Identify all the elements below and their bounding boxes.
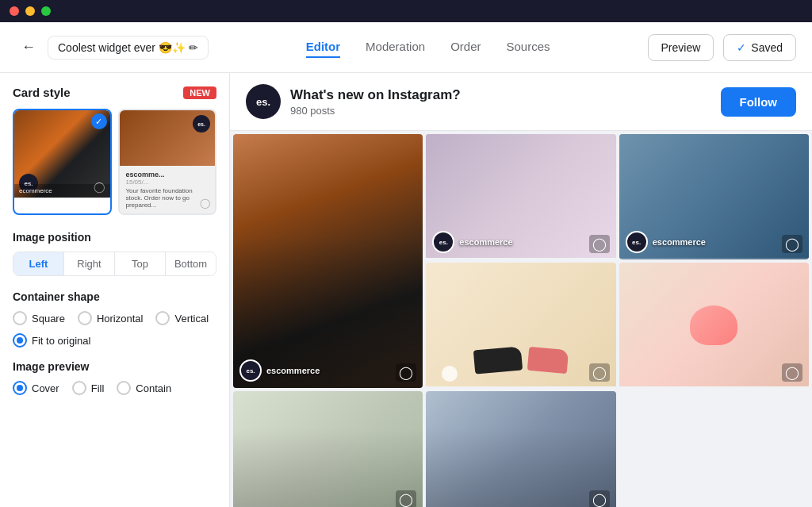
photo-grid: es. escommerce ◯ sale 50% off es. e [230,131,812,507]
shape-square-radio [13,311,27,325]
image-position-title: Image position [13,231,216,244]
pos-bottom-button[interactable]: Bottom [166,252,216,275]
shape-vertical[interactable]: Vertical [155,311,209,325]
flower-bunch [690,305,737,345]
preview-fill-radio [72,381,86,395]
preview-contain-radio [117,381,131,395]
follow-button[interactable]: Follow [721,87,797,117]
feed-avatar: es. [246,84,281,119]
sale-avatar: es. [432,231,454,253]
shape-fit-radio [13,333,27,348]
sidebar: Card style NEW es. ◯ ecommerce ✓ es. [0,73,230,507]
container-shape-group: Square Horizontal Vertical Fit to origin… [13,311,216,348]
clothes-overlay [233,391,423,507]
sale-insta-icon: ◯ [589,235,610,253]
feed-subtitle: 980 posts [290,105,461,117]
preview-contain-label: Contain [136,382,171,394]
nav-editor[interactable]: Editor [306,36,340,58]
preview-button[interactable]: Preview [648,34,714,61]
preview-group: Cover Fill Contain [13,381,216,395]
card-style-title: Card style [13,86,71,99]
shoes-display [474,348,568,372]
pos-right-button[interactable]: Right [64,252,115,275]
pos-top-button[interactable]: Top [115,252,166,275]
saved-label: Saved [751,41,783,54]
traffic-light-green [41,6,51,16]
nav-moderation[interactable]: Moderation [366,36,425,58]
shape-square-label: Square [32,313,65,325]
card-options: es. ◯ ecommerce ✓ es. escomme... 15/05/.… [13,109,216,215]
card-overlay-text-1: ecommerce [19,187,105,194]
card-option-1[interactable]: es. ◯ ecommerce ✓ [13,109,112,215]
check-icon: ✓ [737,41,746,54]
feed-header: es. What's new on Instagram? 980 posts F… [230,73,812,131]
jeans-insta-icon: ◯ [782,235,802,253]
grid-item-sale[interactable]: sale 50% off es. escommerce ◯ [426,134,615,259]
card-check-1: ✓ [91,113,107,129]
position-buttons: Left Right Top Bottom [13,252,216,276]
jeans-avatar: es. [626,231,648,253]
preview-cover[interactable]: Cover [13,381,59,395]
flowers-center [619,263,809,388]
main-layout: Card style NEW es. ◯ ecommerce ✓ es. [0,73,812,507]
jeans-overlay-bar: es. escommerce [626,231,706,253]
nav-sources[interactable]: Sources [506,36,550,58]
shape-row-2: Fit to original [13,333,216,348]
shoes-insta-icon: ◯ [589,363,610,382]
sale-overlay-bar: es. escommerce [432,231,512,253]
people-insta-icon: ◯ [589,490,610,507]
container-shape-title: Container shape [13,290,216,303]
card-style-2-image: es. escomme... 15/05/... Your favorite f… [120,110,216,213]
preview-contain[interactable]: Contain [117,381,171,395]
shape-fit[interactable]: Fit to original [13,333,90,348]
shape-fit-label: Fit to original [32,335,90,347]
image-preview-title: Image preview [13,360,216,373]
card-style-header: Card style NEW [13,86,216,99]
traffic-light-red [10,6,19,16]
portrait-insta-icon: ◯ [396,363,416,382]
portrait-avatar: es. [239,359,262,382]
preview-cover-label: Cover [32,382,59,394]
card-logo-2: es. [193,115,210,133]
shoe-left [473,346,523,374]
nav-order[interactable]: Order [450,36,481,58]
back-button[interactable]: ← [16,35,41,60]
portrait-username: escommerce [266,366,320,375]
header-nav: Editor Moderation Order Sources [209,36,648,58]
flowers-image [619,263,809,386]
pos-left-button[interactable]: Left [13,252,64,275]
grid-item-portrait[interactable]: es. escommerce ◯ [233,134,423,388]
feed-title: What's new on Instagram? [290,87,461,103]
traffic-light-yellow [25,6,35,16]
shape-horizontal[interactable]: Horizontal [78,311,144,325]
preview-cover-radio [13,381,27,395]
grid-item-shoes[interactable]: ◯ [426,263,615,388]
feed-profile: es. What's new on Instagram? 980 posts [246,84,461,119]
jeans-username: escommerce [653,237,706,247]
topbar [0,0,812,22]
clothes-image [233,391,423,507]
widget-title-text: Coolest widget ever 😎✨ ✏ [58,41,198,54]
shape-square[interactable]: Square [13,311,65,325]
grid-item-people[interactable]: ◯ [426,391,615,507]
card-insta-2: ◯ [200,198,210,209]
saved-button[interactable]: ✓ Saved [723,34,796,61]
shape-row-1: Square Horizontal Vertical [13,311,216,325]
people-overlay [426,391,615,507]
grid-item-flowers[interactable]: ◯ [619,263,809,388]
clothes-insta-icon: ◯ [396,490,416,507]
feed-info: What's new on Instagram? 980 posts [290,87,461,117]
grid-item-clothes[interactable]: ◯ [233,391,423,507]
grid-item-jeans[interactable]: es. escommerce ◯ [619,134,809,259]
portrait-overlay-bar: es. escommerce [239,359,320,382]
flowers-insta-icon: ◯ [782,363,802,382]
preview-fill-label: Fill [91,382,105,394]
portrait-image [233,134,423,388]
shape-vertical-label: Vertical [174,313,209,325]
card-option-2[interactable]: es. escomme... 15/05/... Your favorite f… [118,109,217,215]
shape-horizontal-label: Horizontal [97,313,144,325]
header: ← Coolest widget ever 😎✨ ✏ Editor Modera… [0,22,812,73]
widget-title-input[interactable]: Coolest widget ever 😎✨ ✏ [48,36,209,60]
portrait-overlay [233,134,423,388]
preview-fill[interactable]: Fill [72,381,105,395]
